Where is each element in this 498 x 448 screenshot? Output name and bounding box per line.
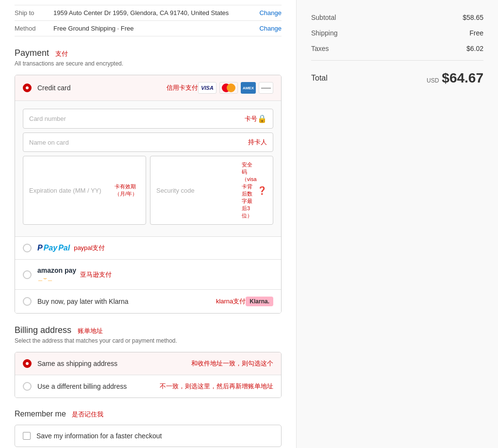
amex-icon: AMEX [241, 82, 256, 94]
shipping-value: Free [469, 29, 483, 37]
credit-card-label: Credit card [37, 84, 163, 92]
subtotal-label: Subtotal [311, 14, 336, 21]
klarna-radio[interactable] [23, 297, 32, 306]
method-value: Free Ground Shipping · Free [53, 25, 254, 32]
total-label: Total [311, 74, 328, 83]
taxes-label: Taxes [311, 45, 329, 52]
remember-option-label: Save my information for a faster checkou… [36, 432, 162, 440]
payment-subtitle: All transactions are secure and encrypte… [15, 60, 282, 67]
subtotal-value: $58.65 [463, 14, 483, 21]
total-amount: $64.67 [442, 70, 483, 86]
remember-checkbox[interactable] [23, 432, 31, 440]
billing-option-different[interactable]: Use a different billing address 不一致，则选这里… [15, 375, 281, 398]
payment-options-container: Credit card 信用卡支付 VISA AMEX —— [15, 75, 282, 314]
payment-option-credit-card[interactable]: Credit card 信用卡支付 VISA AMEX —— [15, 75, 281, 101]
paypal-logo: P Pay Pal [37, 244, 70, 252]
ship-to-row: Ship to 1959 Auto Center Dr 1959, Glendo… [15, 5, 282, 21]
paypal-radio[interactable] [23, 244, 32, 252]
payment-option-klarna[interactable]: Buy now, pay later with Klarna klarna支付 … [15, 290, 281, 313]
help-icon[interactable]: ❓ [257, 186, 267, 195]
amazon-logo: amazon pay ＿⌣＿ [37, 266, 76, 282]
amazon-radio[interactable] [23, 270, 32, 279]
payment-section-title: Payment 支付 [15, 48, 282, 58]
billing-subtitle: Select the address that matches your car… [15, 337, 282, 344]
method-change[interactable]: Change [259, 25, 282, 32]
ship-to-label: Ship to [15, 9, 53, 17]
billing-same-label: Same as shipping address [37, 360, 187, 367]
name-on-card-input[interactable] [29, 139, 244, 146]
shipping-row: Shipping Free [311, 25, 483, 41]
billing-option-same[interactable]: Same as shipping address 和收件地址一致，则勾选这个 [15, 352, 281, 375]
card-icons: VISA AMEX —— [198, 82, 273, 94]
method-row: Method Free Ground Shipping · Free Chang… [15, 21, 282, 36]
visa-icon: VISA [198, 82, 216, 94]
security-input[interactable] [156, 187, 238, 194]
method-label: Method [15, 25, 53, 32]
billing-same-radio[interactable] [23, 359, 32, 368]
summary-divider [311, 60, 483, 61]
taxes-row: Taxes $6.02 [311, 41, 483, 56]
shipping-label: Shipping [311, 29, 338, 37]
credit-card-radio[interactable] [23, 83, 32, 92]
klarna-label: Buy now, pay later with Klarna [37, 298, 212, 305]
card-form: 卡号 🔒 持卡人 卡有效期（月/年） 安全码（visa卡背后数字最后3位） [15, 101, 281, 237]
total-currency: USD [427, 77, 439, 84]
ship-to-change[interactable]: Change [259, 9, 282, 17]
order-summary-panel: Subtotal $58.65 Shipping Free Taxes $6.0… [296, 0, 498, 448]
card-number-input[interactable] [29, 115, 241, 122]
klarna-badge: Klarna. [246, 297, 273, 306]
expiry-input[interactable] [29, 187, 111, 194]
billing-title: Billing address 账单地址 [15, 325, 282, 335]
billing-different-radio[interactable] [23, 382, 32, 391]
billing-different-label: Use a different billing address [37, 382, 156, 390]
card-bottom-row: 卡有效期（月/年） 安全码（visa卡背后数字最后3位） ❓ [23, 156, 273, 225]
remember-title: Remember me 是否记住我 [15, 410, 282, 419]
subtotal-row: Subtotal $58.65 [311, 10, 483, 25]
security-field[interactable]: 安全码（visa卡背后数字最后3位） ❓ [150, 156, 273, 225]
expiry-field[interactable]: 卡有效期（月/年） [23, 156, 146, 225]
lock-icon: 🔒 [257, 114, 267, 123]
generic-card-icon: —— [259, 82, 273, 94]
ship-to-value: 1959 Auto Center Dr 1959, Glendora, CA 9… [53, 9, 254, 17]
billing-options-container: Same as shipping address 和收件地址一致，则勾选这个 U… [15, 352, 282, 398]
name-on-card-field[interactable]: 持卡人 [23, 133, 273, 152]
taxes-value: $6.02 [466, 45, 483, 52]
billing-address-section: Billing address 账单地址 Select the address … [15, 325, 282, 398]
total-value-wrap: USD $64.67 [427, 70, 483, 86]
card-number-field[interactable]: 卡号 🔒 [23, 109, 273, 129]
payment-option-amazon-pay[interactable]: amazon pay ＿⌣＿ 亚马逊支付 [15, 260, 281, 290]
mastercard-icon [219, 82, 238, 94]
remember-me-section: Remember me 是否记住我 Save my information fo… [15, 410, 282, 447]
total-row: Total USD $64.67 [311, 65, 483, 92]
remember-checkbox-option[interactable]: Save my information for a faster checkou… [15, 425, 282, 447]
payment-option-paypal[interactable]: P Pay Pal paypal支付 [15, 237, 281, 260]
